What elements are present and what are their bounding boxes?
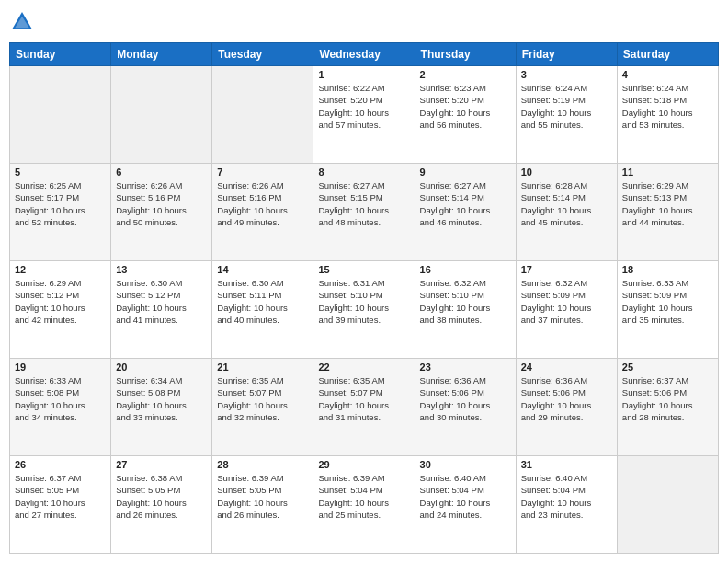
day-info: Sunrise: 6:40 AMSunset: 5:04 PMDaylight:…: [521, 472, 612, 521]
calendar-cell: 30Sunrise: 6:40 AMSunset: 5:04 PMDayligh…: [415, 456, 516, 554]
calendar-cell: 25Sunrise: 6:37 AMSunset: 5:06 PMDayligh…: [617, 359, 718, 456]
calendar-cell: 14Sunrise: 6:30 AMSunset: 5:11 PMDayligh…: [212, 261, 313, 359]
day-info: Sunrise: 6:27 AMSunset: 5:14 PMDaylight:…: [420, 179, 511, 228]
calendar-cell: 12Sunrise: 6:29 AMSunset: 5:12 PMDayligh…: [10, 261, 111, 359]
calendar-cell: 6Sunrise: 6:26 AMSunset: 5:16 PMDaylight…: [111, 164, 212, 261]
calendar-cell: 29Sunrise: 6:39 AMSunset: 5:04 PMDayligh…: [313, 456, 415, 554]
week-row-3: 19Sunrise: 6:33 AMSunset: 5:08 PMDayligh…: [10, 359, 719, 456]
calendar-cell: 13Sunrise: 6:30 AMSunset: 5:12 PMDayligh…: [111, 261, 212, 359]
calendar-cell: 24Sunrise: 6:36 AMSunset: 5:06 PMDayligh…: [516, 359, 617, 456]
day-number: 26: [15, 459, 106, 470]
day-info: Sunrise: 6:32 AMSunset: 5:10 PMDaylight:…: [420, 277, 511, 326]
day-number: 24: [521, 362, 612, 373]
calendar-cell: [212, 66, 313, 164]
day-number: 23: [420, 362, 511, 373]
day-number: 30: [420, 459, 511, 470]
day-number: 13: [116, 264, 207, 275]
calendar-cell: 3Sunrise: 6:24 AMSunset: 5:19 PMDaylight…: [516, 66, 617, 164]
day-info: Sunrise: 6:40 AMSunset: 5:04 PMDaylight:…: [420, 472, 511, 521]
day-number: 14: [217, 264, 308, 275]
calendar-cell: 27Sunrise: 6:38 AMSunset: 5:05 PMDayligh…: [111, 456, 212, 554]
day-number: 31: [521, 459, 612, 470]
calendar-cell: 8Sunrise: 6:27 AMSunset: 5:15 PMDaylight…: [313, 164, 415, 261]
calendar-cell: 9Sunrise: 6:27 AMSunset: 5:14 PMDaylight…: [415, 164, 516, 261]
day-info: Sunrise: 6:22 AMSunset: 5:20 PMDaylight:…: [318, 82, 409, 131]
day-number: 27: [116, 459, 207, 470]
day-info: Sunrise: 6:28 AMSunset: 5:14 PMDaylight:…: [521, 179, 612, 228]
day-header-saturday: Saturday: [617, 43, 718, 66]
day-number: 12: [15, 264, 106, 275]
calendar-cell: 23Sunrise: 6:36 AMSunset: 5:06 PMDayligh…: [415, 359, 516, 456]
day-info: Sunrise: 6:37 AMSunset: 5:05 PMDaylight:…: [15, 472, 106, 521]
calendar-cell: 2Sunrise: 6:23 AMSunset: 5:20 PMDaylight…: [415, 66, 516, 164]
day-info: Sunrise: 6:33 AMSunset: 5:09 PMDaylight:…: [622, 277, 713, 326]
day-number: 7: [217, 167, 308, 178]
day-number: 10: [521, 167, 612, 178]
logo-icon: [9, 9, 35, 35]
week-row-4: 26Sunrise: 6:37 AMSunset: 5:05 PMDayligh…: [10, 456, 719, 554]
day-info: Sunrise: 6:25 AMSunset: 5:17 PMDaylight:…: [15, 179, 106, 228]
calendar-cell: 11Sunrise: 6:29 AMSunset: 5:13 PMDayligh…: [617, 164, 718, 261]
calendar-cell: 20Sunrise: 6:34 AMSunset: 5:08 PMDayligh…: [111, 359, 212, 456]
day-info: Sunrise: 6:23 AMSunset: 5:20 PMDaylight:…: [420, 82, 511, 131]
day-number: 9: [420, 167, 511, 178]
calendar-table: SundayMondayTuesdayWednesdayThursdayFrid…: [9, 42, 719, 554]
day-info: Sunrise: 6:24 AMSunset: 5:19 PMDaylight:…: [521, 82, 612, 131]
day-info: Sunrise: 6:38 AMSunset: 5:05 PMDaylight:…: [116, 472, 207, 521]
day-info: Sunrise: 6:39 AMSunset: 5:05 PMDaylight:…: [217, 472, 308, 521]
day-info: Sunrise: 6:29 AMSunset: 5:12 PMDaylight:…: [15, 277, 106, 326]
calendar-cell: 26Sunrise: 6:37 AMSunset: 5:05 PMDayligh…: [10, 456, 111, 554]
day-number: 16: [420, 264, 511, 275]
calendar-cell: 22Sunrise: 6:35 AMSunset: 5:07 PMDayligh…: [313, 359, 415, 456]
day-number: 8: [318, 167, 409, 178]
calendar-cell: 4Sunrise: 6:24 AMSunset: 5:18 PMDaylight…: [617, 66, 718, 164]
day-header-sunday: Sunday: [10, 43, 111, 66]
day-number: 21: [217, 362, 308, 373]
calendar-cell: 7Sunrise: 6:26 AMSunset: 5:16 PMDaylight…: [212, 164, 313, 261]
day-number: 4: [622, 69, 713, 80]
calendar-cell: [111, 66, 212, 164]
calendar-cell: [10, 66, 111, 164]
week-row-0: 1Sunrise: 6:22 AMSunset: 5:20 PMDaylight…: [10, 66, 719, 164]
week-row-2: 12Sunrise: 6:29 AMSunset: 5:12 PMDayligh…: [10, 261, 719, 359]
day-number: 6: [116, 167, 207, 178]
day-number: 22: [318, 362, 409, 373]
header-row: SundayMondayTuesdayWednesdayThursdayFrid…: [10, 43, 719, 66]
calendar-cell: 18Sunrise: 6:33 AMSunset: 5:09 PMDayligh…: [617, 261, 718, 359]
day-header-thursday: Thursday: [415, 43, 516, 66]
day-number: 5: [15, 167, 106, 178]
day-info: Sunrise: 6:30 AMSunset: 5:11 PMDaylight:…: [217, 277, 308, 326]
day-number: 29: [318, 459, 409, 470]
calendar-cell: 5Sunrise: 6:25 AMSunset: 5:17 PMDaylight…: [10, 164, 111, 261]
calendar-cell: 16Sunrise: 6:32 AMSunset: 5:10 PMDayligh…: [415, 261, 516, 359]
day-header-tuesday: Tuesday: [212, 43, 313, 66]
day-info: Sunrise: 6:24 AMSunset: 5:18 PMDaylight:…: [622, 82, 713, 131]
calendar-cell: 10Sunrise: 6:28 AMSunset: 5:14 PMDayligh…: [516, 164, 617, 261]
day-number: 1: [318, 69, 409, 80]
week-row-1: 5Sunrise: 6:25 AMSunset: 5:17 PMDaylight…: [10, 164, 719, 261]
header: [9, 9, 719, 35]
calendar-cell: 21Sunrise: 6:35 AMSunset: 5:07 PMDayligh…: [212, 359, 313, 456]
calendar-cell: 19Sunrise: 6:33 AMSunset: 5:08 PMDayligh…: [10, 359, 111, 456]
calendar-cell: 28Sunrise: 6:39 AMSunset: 5:05 PMDayligh…: [212, 456, 313, 554]
day-number: 25: [622, 362, 713, 373]
day-header-friday: Friday: [516, 43, 617, 66]
calendar-cell: [617, 456, 718, 554]
day-info: Sunrise: 6:26 AMSunset: 5:16 PMDaylight:…: [217, 179, 308, 228]
day-number: 3: [521, 69, 612, 80]
day-info: Sunrise: 6:29 AMSunset: 5:13 PMDaylight:…: [622, 179, 713, 228]
day-info: Sunrise: 6:37 AMSunset: 5:06 PMDaylight:…: [622, 374, 713, 423]
day-info: Sunrise: 6:27 AMSunset: 5:15 PMDaylight:…: [318, 179, 409, 228]
day-info: Sunrise: 6:35 AMSunset: 5:07 PMDaylight:…: [318, 374, 409, 423]
page: SundayMondayTuesdayWednesdayThursdayFrid…: [0, 0, 728, 563]
day-info: Sunrise: 6:32 AMSunset: 5:09 PMDaylight:…: [521, 277, 612, 326]
day-info: Sunrise: 6:26 AMSunset: 5:16 PMDaylight:…: [116, 179, 207, 228]
calendar-cell: 15Sunrise: 6:31 AMSunset: 5:10 PMDayligh…: [313, 261, 415, 359]
day-number: 20: [116, 362, 207, 373]
day-info: Sunrise: 6:39 AMSunset: 5:04 PMDaylight:…: [318, 472, 409, 521]
day-info: Sunrise: 6:31 AMSunset: 5:10 PMDaylight:…: [318, 277, 409, 326]
day-number: 18: [622, 264, 713, 275]
day-number: 2: [420, 69, 511, 80]
day-number: 19: [15, 362, 106, 373]
day-info: Sunrise: 6:33 AMSunset: 5:08 PMDaylight:…: [15, 374, 106, 423]
